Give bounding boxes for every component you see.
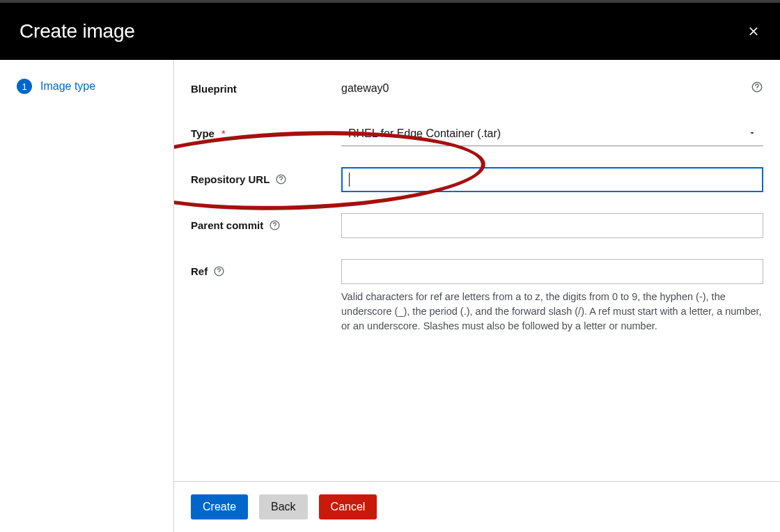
- help-icon[interactable]: [275, 173, 287, 185]
- type-selected-value: RHEL for Edge Container (.tar): [348, 127, 501, 140]
- repository-url-label: Repository URL: [191, 167, 341, 191]
- blueprint-value: gateway0: [341, 77, 763, 100]
- create-button[interactable]: Create: [191, 494, 248, 519]
- ref-helper-text: Valid characters for ref are letters fro…: [341, 290, 763, 334]
- wizard-nav: 1 Image type: [0, 60, 174, 532]
- caret-down-icon: [748, 127, 756, 140]
- text-cursor: [349, 173, 350, 187]
- svg-point-1: [757, 89, 758, 90]
- form-body: Blueprint gateway0 Type *: [174, 60, 780, 482]
- help-icon[interactable]: [269, 219, 281, 231]
- create-image-dialog: Create image 1 Image type Blueprint: [0, 0, 780, 532]
- step-number-badge: 1: [17, 79, 32, 94]
- cancel-button[interactable]: Cancel: [319, 494, 377, 519]
- dialog-title: Create image: [20, 20, 135, 42]
- blueprint-label: Blueprint: [191, 77, 341, 100]
- ref-input[interactable]: [341, 259, 763, 284]
- parent-commit-label: Parent commit: [191, 213, 341, 237]
- parent-commit-input[interactable]: [341, 213, 763, 238]
- step-label: Image type: [40, 80, 95, 93]
- back-button[interactable]: Back: [259, 494, 308, 519]
- field-blueprint: Blueprint gateway0: [191, 77, 763, 100]
- type-select[interactable]: RHEL for Edge Container (.tar): [341, 121, 763, 146]
- field-type: Type * RHEL for Edge Container (.tar): [191, 121, 763, 146]
- dialog-header: Create image: [0, 3, 780, 60]
- form-pane: Blueprint gateway0 Type *: [174, 60, 780, 532]
- close-icon[interactable]: [747, 24, 760, 38]
- dialog-footer: Create Back Cancel: [174, 482, 780, 532]
- svg-point-3: [281, 181, 281, 182]
- ref-label: Ref: [191, 259, 341, 283]
- field-parent-commit: Parent commit: [191, 213, 763, 238]
- help-icon[interactable]: [751, 81, 763, 93]
- field-repository-url: Repository URL: [191, 167, 763, 192]
- svg-point-7: [219, 273, 219, 274]
- svg-point-5: [274, 227, 275, 228]
- help-icon[interactable]: [213, 265, 225, 277]
- wizard-step-image-type[interactable]: 1 Image type: [0, 77, 173, 96]
- repository-url-input[interactable]: [341, 167, 763, 192]
- field-ref: Ref Valid characters for ref are letters…: [191, 259, 763, 334]
- type-label: Type *: [191, 121, 341, 145]
